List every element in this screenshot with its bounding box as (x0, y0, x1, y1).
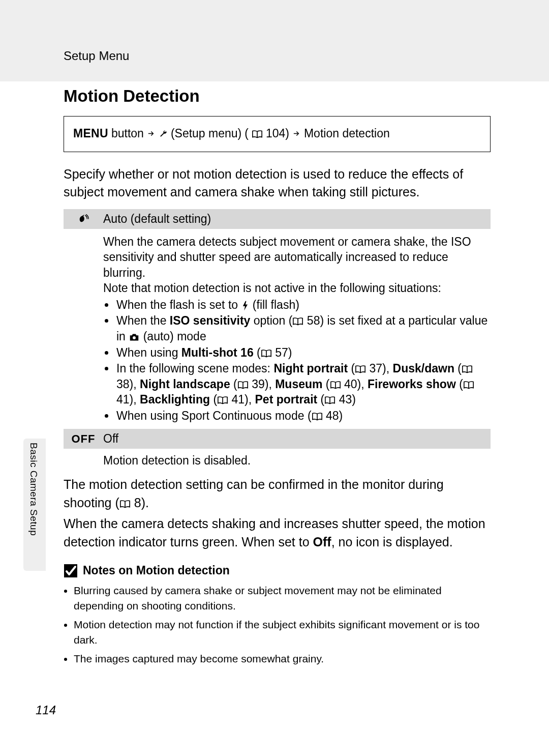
auto-bullet-5: When using Sport Continuous mode ( 48) (115, 408, 491, 424)
auto-b4-np-ref: 37), (366, 362, 392, 375)
book-icon (312, 409, 323, 422)
auto-bullet-2: When the ISO sensitivity option ( 58) is… (115, 313, 491, 344)
fill-flash-icon (241, 298, 249, 311)
post-p2-post: , no icon is displayed. (331, 535, 453, 549)
nav-path: MENU button (Setup menu) ( 104) Motion d… (73, 125, 481, 142)
auto-b3-pre: When using (116, 346, 181, 359)
svg-point-0 (133, 336, 136, 339)
auto-b4-nl: Night landscape (140, 377, 230, 391)
paren: ( (456, 377, 463, 391)
auto-b4-fw: Fireworks show (368, 377, 456, 391)
book-icon (330, 377, 341, 391)
auto-para1: When the camera detects subject movement… (103, 234, 491, 281)
post-p1-ref: 8). (131, 496, 149, 510)
option-off-header: OFF Off (64, 429, 491, 449)
auto-b4-pp: Pet portrait (255, 393, 318, 406)
book-icon (217, 393, 228, 406)
auto-b2-mid: option ( (250, 314, 292, 327)
auto-para2: Note that motion detection is not active… (103, 280, 491, 296)
camera-icon (129, 330, 140, 343)
paren: ( (322, 377, 329, 391)
arrow-right-icon (292, 125, 301, 142)
auto-bullet-list: When the flash is set to (fill flash) Wh… (103, 297, 491, 424)
paren: ( (454, 362, 462, 375)
auto-bullet-1: When the flash is set to (fill flash) (115, 297, 491, 313)
auto-bullet-4: In the following scene modes: Night port… (115, 361, 491, 408)
option-auto-body: When the camera detects subject movement… (64, 229, 491, 429)
auto-b4-nl-ref: 39), (249, 377, 275, 391)
auto-b4-bl: Backlighting (140, 393, 210, 406)
note-3: The images captured may become somewhat … (74, 651, 491, 666)
paren: ( (210, 393, 217, 406)
options-table: Auto (default setting) When the camera d… (64, 209, 491, 473)
book-icon (237, 377, 249, 391)
nav-button-word: button (111, 125, 144, 142)
auto-b1-pre: When the flash is set to (116, 298, 241, 311)
auto-b5-ref: 48) (323, 409, 343, 422)
caution-check-icon (64, 564, 78, 578)
off-icon-text: OFF (72, 432, 96, 445)
page: Setup Menu Basic Camera Setup Motion Det… (0, 0, 549, 756)
option-auto-header: Auto (default setting) (64, 209, 491, 229)
motion-icon-cell (64, 212, 103, 225)
auto-bullet-3: When using Multi-shot 16 ( 57) (115, 345, 491, 361)
auto-b4-pp-ref: 43) (336, 393, 356, 406)
auto-b3-ref: 57) (272, 346, 292, 359)
paren: ( (317, 393, 324, 406)
notes-block: Notes on Motion detection Blurring cause… (64, 564, 491, 670)
auto-b5-pre: When using Sport Continuous mode ( (116, 409, 312, 422)
book-icon (252, 125, 263, 142)
book-icon (463, 377, 474, 391)
wrench-icon (159, 125, 168, 142)
auto-b4-dd-ref: 38), (116, 377, 140, 391)
auto-b4-mu: Museum (275, 377, 322, 391)
post-para-1: The motion detection setting can be conf… (64, 476, 491, 512)
notes-title: Notes on Motion detection (83, 564, 230, 577)
auto-b4-pre: In the following scene modes: (116, 362, 273, 375)
book-icon (462, 362, 473, 375)
auto-b1-post: (fill flash) (249, 298, 299, 311)
auto-b3-open: ( (254, 346, 261, 359)
book-icon (292, 314, 303, 327)
breadcrumb: Setup Menu (64, 49, 129, 63)
auto-b4-bl-ref: 41), (228, 393, 255, 406)
auto-b2-post: (auto) mode (140, 330, 206, 343)
page-number: 114 (36, 703, 56, 717)
notes-list: Blurring caused by camera shake or subje… (64, 583, 491, 666)
nav-target: Motion detection (304, 125, 390, 142)
option-off-body: Motion detection is disabled. (64, 449, 491, 473)
note-1: Blurring caused by camera shake or subje… (74, 583, 491, 614)
auto-b3-ms: Multi-shot 16 (181, 346, 254, 359)
nav-path-box: MENU button (Setup menu) ( 104) Motion d… (64, 116, 491, 152)
page-title: Motion Detection (64, 86, 491, 106)
nav-ref-104: 104) (266, 125, 289, 142)
book-icon (355, 362, 366, 375)
post-p2-off: Off (313, 535, 331, 549)
side-section-label: Basic Camera Setup (28, 443, 39, 536)
post-para-2: When the camera detects shaking and incr… (64, 515, 491, 551)
off-icon-cell: OFF (64, 432, 103, 446)
arrow-right-icon (147, 125, 156, 142)
book-icon (119, 496, 131, 510)
main-content: Motion Detection MENU button (Setup menu… (64, 86, 491, 551)
header-bar (0, 0, 549, 81)
auto-b2-pre: When the (116, 314, 170, 327)
auto-b2-iso: ISO sensitivity (170, 314, 251, 327)
paren: ( (230, 377, 237, 391)
paren: ( (348, 362, 355, 375)
notes-title-row: Notes on Motion detection (64, 564, 491, 578)
menu-button-label: MENU (73, 125, 108, 142)
auto-b4-fw-ref: 41), (116, 393, 140, 406)
option-off-title: Off (103, 432, 118, 446)
nav-ref-open: ( (245, 125, 249, 142)
intro-paragraph: Specify whether or not motion detection … (64, 165, 491, 201)
auto-b4-dd: Dusk/dawn (393, 362, 454, 375)
auto-b4-mu-ref: 40), (341, 377, 368, 391)
nav-setup-menu: (Setup menu) (171, 125, 241, 142)
auto-b4-np: Night portrait (273, 362, 348, 375)
note-2: Motion detection may not function if the… (74, 617, 491, 648)
motion-detection-icon (78, 212, 89, 225)
option-auto-title: Auto (default setting) (103, 212, 211, 226)
book-icon (324, 393, 336, 406)
book-icon (261, 346, 272, 359)
